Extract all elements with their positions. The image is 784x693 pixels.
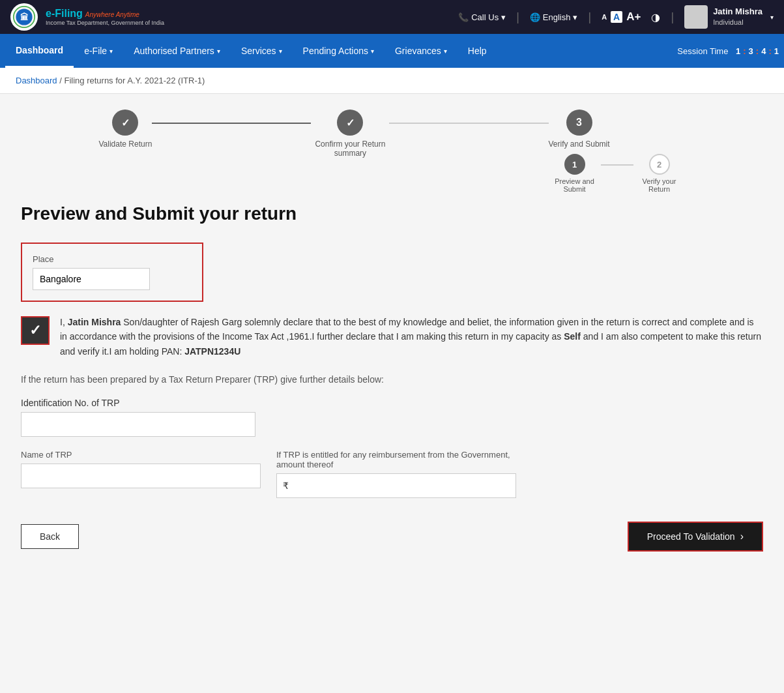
svg-text:🏛: 🏛 xyxy=(20,12,29,22)
trp-reimbursement-label: If TRP is entitled for any reimbursement… xyxy=(276,450,516,469)
bottom-actions: Back Proceed To Validation › xyxy=(21,509,763,565)
separator-2: | xyxy=(588,10,591,24)
trp-reimbursement-field: If TRP is entitled for any reimbursement… xyxy=(276,450,516,498)
font-medium-button[interactable]: A xyxy=(611,11,622,23)
breadcrumb: Dashboard / Filing returns for A.Y. 2021… xyxy=(0,68,784,94)
step-2-circle: ✓ xyxy=(337,110,363,136)
sub-step-1-circle: 1 xyxy=(564,154,585,175)
place-input[interactable] xyxy=(33,268,150,290)
declaration-capacity: Self xyxy=(564,331,581,342)
session-colon-1: : xyxy=(743,46,746,56)
trp-name-field: Name of TRP xyxy=(21,450,261,498)
efile-chevron-icon: ▾ xyxy=(109,48,113,55)
sub-step-2-circle: 2 xyxy=(649,154,670,175)
phone-icon: 📞 xyxy=(458,12,469,22)
nav-grievances[interactable]: Grievances ▾ xyxy=(385,34,457,68)
main-content: ✓ Validate Return ✓ Confirm your Return … xyxy=(0,94,784,693)
nav-bar: Dashboard e-File ▾ Authorised Partners ▾… xyxy=(0,34,784,68)
nav-pending-actions[interactable]: Pending Actions ▾ xyxy=(293,34,385,68)
user-info: Jatin Mishra Individual xyxy=(713,7,762,27)
rupee-symbol: ₹ xyxy=(283,480,289,491)
top-bar-right: 📞 Call Us ▾ | 🌐 English ▾ | A A A+ ◑ | J… xyxy=(458,5,774,29)
step-1: ✓ Validate Return xyxy=(99,110,152,149)
font-controls: A A A+ xyxy=(602,10,641,23)
trp-id-label: Identification No. of TRP xyxy=(21,398,255,437)
trp-description: If the return has been prepared by a Tax… xyxy=(21,374,763,385)
user-role: Individual xyxy=(713,18,762,27)
chevron-down-icon: ▾ xyxy=(501,12,506,22)
session-h1: 1 xyxy=(736,46,740,56)
tagline: Anywhere Anytime xyxy=(85,11,139,18)
nav-efile[interactable]: e-File ▾ xyxy=(74,34,123,68)
declaration-checkbox[interactable]: ✓ xyxy=(21,316,50,345)
session-s1: 1 xyxy=(774,46,779,56)
connector-1 xyxy=(152,123,311,124)
sub-step-2: 2 Verify your Return xyxy=(633,154,686,193)
proceed-button[interactable]: Proceed To Validation › xyxy=(628,522,763,552)
user-chevron-icon: ▾ xyxy=(770,14,774,21)
grievances-chevron-icon: ▾ xyxy=(444,48,447,55)
breadcrumb-current: Filing returns for A.Y. 2021-22 (ITR-1) xyxy=(64,76,205,85)
declaration-name: Jatin Mishra xyxy=(68,317,121,327)
nav-dashboard[interactable]: Dashboard xyxy=(5,34,74,68)
place-field-container: Place xyxy=(21,243,203,302)
trp-section: If the return has been prepared by a Tax… xyxy=(21,374,763,498)
trp-id-input[interactable] xyxy=(21,412,255,437)
nav-services[interactable]: Services ▾ xyxy=(231,34,293,68)
session-colon-3: : xyxy=(768,46,771,56)
nav-authorised-partners[interactable]: Authorised Partners ▾ xyxy=(123,34,231,68)
language-button[interactable]: 🌐 English ▾ xyxy=(530,12,578,22)
globe-icon: 🌐 xyxy=(530,12,540,22)
chevron-down-icon-2: ▾ xyxy=(573,12,577,22)
connector-2 xyxy=(389,123,548,124)
sub-step-1: 1 Preview and Submit xyxy=(549,154,601,193)
user-avatar xyxy=(684,5,708,29)
back-button[interactable]: Back xyxy=(21,524,79,549)
step-3-label: Verify and Submit xyxy=(549,140,610,149)
top-bar: 🏛 e-Filing Anywhere Anytime Income Tax D… xyxy=(0,0,784,34)
declaration-row: ✓ I, Jatin Mishra Son/daughter of Rajesh… xyxy=(21,315,763,359)
check-icon: ✓ xyxy=(29,322,41,339)
step-3-circle: 3 xyxy=(566,110,592,136)
trp-form-grid: Name of TRP If TRP is entitled for any r… xyxy=(21,450,516,498)
logo-text: e-Filing Anywhere Anytime Income Tax Dep… xyxy=(46,7,164,27)
step-2-label: Confirm your Return summary xyxy=(311,140,389,158)
logo-area: 🏛 e-Filing Anywhere Anytime Income Tax D… xyxy=(10,3,164,31)
session-m1: 3 xyxy=(749,46,753,56)
step-2: ✓ Confirm your Return summary xyxy=(311,110,389,158)
step-1-label: Validate Return xyxy=(99,140,152,149)
contrast-button[interactable]: ◑ xyxy=(651,11,660,23)
separator-3: | xyxy=(671,10,674,24)
step-3-area: 3 Verify and Submit 1 Preview and Submit… xyxy=(549,110,686,193)
trp-reimbursement-input-wrapper: ₹ xyxy=(276,473,516,498)
nav-help[interactable]: Help xyxy=(457,34,497,68)
call-us-button[interactable]: 📞 Call Us ▾ xyxy=(458,12,506,22)
services-chevron-icon: ▾ xyxy=(279,48,282,55)
sub-connector xyxy=(601,164,633,166)
font-large-button[interactable]: A+ xyxy=(626,10,641,23)
trp-name-input[interactable] xyxy=(21,464,261,488)
sub-stepper: 1 Preview and Submit 2 Verify your Retur… xyxy=(549,154,686,193)
user-area: Jatin Mishra Individual ▾ xyxy=(684,5,774,29)
declaration-pan: JATPN1234U xyxy=(184,346,240,357)
trp-reimbursement-input[interactable] xyxy=(276,473,516,498)
proceed-arrow-icon: › xyxy=(740,531,744,542)
place-label: Place xyxy=(33,254,192,264)
trp-id-field: Identification No. of TRP xyxy=(21,398,255,437)
separator-1: | xyxy=(516,10,519,24)
session-label: Session Time xyxy=(677,46,728,56)
efiling-label: e-Filing xyxy=(46,8,83,19)
sub-step-1-label: Preview and Submit xyxy=(549,177,601,193)
stepper: ✓ Validate Return ✓ Confirm your Return … xyxy=(21,110,763,193)
dept-label: Income Tax Department, Government of Ind… xyxy=(46,20,164,27)
session-time: Session Time 1 : 3 : 4 : 1 xyxy=(677,46,779,56)
breadcrumb-home[interactable]: Dashboard xyxy=(16,76,57,85)
user-name: Jatin Mishra xyxy=(713,7,762,18)
session-m2: 4 xyxy=(761,46,766,56)
font-small-button[interactable]: A xyxy=(602,13,607,21)
step-1-circle: ✓ xyxy=(112,110,138,136)
proceed-label: Proceed To Validation xyxy=(647,531,735,542)
declaration-text: I, Jatin Mishra Son/daughter of Rajesh G… xyxy=(60,315,763,359)
sub-step-2-label: Verify your Return xyxy=(633,177,686,193)
session-colon-2: : xyxy=(756,46,759,56)
